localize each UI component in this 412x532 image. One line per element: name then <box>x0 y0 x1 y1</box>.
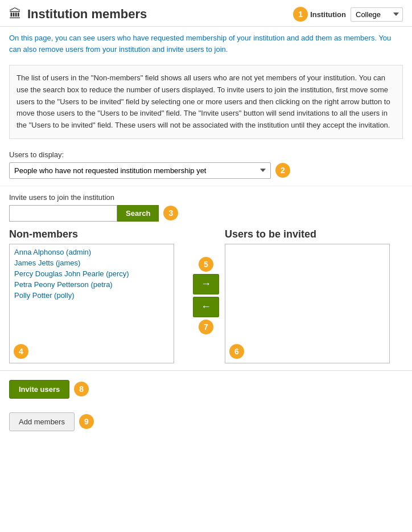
users-to-invite-title: Users to be invited <box>225 228 403 240</box>
left-arrow-row: 7 <box>199 320 213 334</box>
institution-badge-area: 1 Institution <box>293 7 346 22</box>
intro-text: On this page, you can see users who have… <box>0 27 412 60</box>
users-display-select[interactable]: People who have not requested institutio… <box>9 162 271 179</box>
step-badge-9: 9 <box>79 414 94 429</box>
move-left-button[interactable]: ← <box>193 297 219 317</box>
list-item[interactable]: Percy Douglas John Pearle (percy) <box>10 268 174 279</box>
step-badge-4: 4 <box>14 344 28 359</box>
invite-button-row: Invite users 8 <box>9 380 403 399</box>
page-header: 🏛 Institution members 1 Institution Coll… <box>0 0 412 27</box>
search-button[interactable]: Search <box>117 205 159 222</box>
step-badge-7: 7 <box>199 320 213 334</box>
list-item[interactable]: James Jetts (james) <box>10 257 174 268</box>
arrows-area: 5 → ← 7 <box>187 228 225 334</box>
invite-label: Invite users to join the institution <box>9 193 403 202</box>
title-area: 🏛 Institution members <box>9 7 147 22</box>
page-title: Institution members <box>27 7 147 22</box>
header-right: 1 Institution College University School <box>293 7 403 22</box>
list-item[interactable]: Petra Peony Petterson (petra) <box>10 279 174 290</box>
users-display-row: People who have not requested institutio… <box>9 162 403 179</box>
users-display-label: Users to display: <box>9 150 403 159</box>
step-badge-8: 8 <box>74 382 89 396</box>
users-to-invite-container: Users to be invited 6 <box>225 228 403 363</box>
search-input[interactable] <box>9 205 117 222</box>
non-members-title: Non-members <box>9 228 187 240</box>
list-item[interactable]: Anna Alphonso (admin) <box>10 247 174 257</box>
step-badge-2: 2 <box>275 163 290 178</box>
search-row-outer: Search 3 <box>9 205 403 222</box>
list-item[interactable]: Polly Potter (polly) <box>10 290 174 301</box>
institution-label: Institution <box>310 10 346 19</box>
step-badge-3: 3 <box>163 206 178 220</box>
lists-section: Non-members Anna Alphonso (admin)James J… <box>0 222 412 370</box>
non-members-listbox[interactable]: Anna Alphonso (admin)James Jetts (james)… <box>9 244 174 363</box>
invite-section: Invite users to join the institution Sea… <box>0 186 412 222</box>
add-members-row: Add members 9 <box>9 412 403 431</box>
invite-users-button[interactable]: Invite users <box>9 380 69 399</box>
institution-icon: 🏛 <box>9 7 22 22</box>
users-to-invite-listbox[interactable] <box>225 244 390 363</box>
step-badge-5: 5 <box>199 257 213 272</box>
right-arrow-row: 5 <box>199 257 213 272</box>
add-members-button[interactable]: Add members <box>9 412 75 431</box>
info-box: The list of users in the "Non-members" f… <box>9 65 403 139</box>
institution-select[interactable]: College University School <box>351 7 403 22</box>
step-badge-6: 6 <box>229 344 244 359</box>
users-to-invite-listbox-outer: 6 <box>225 244 403 363</box>
non-members-listbox-outer: Anna Alphonso (admin)James Jetts (james)… <box>9 244 187 363</box>
non-members-container: Non-members Anna Alphonso (admin)James J… <box>9 228 187 363</box>
step-badge-1: 1 <box>293 7 308 22</box>
add-members-section: Add members 9 <box>0 408 412 440</box>
invite-button-section: Invite users 8 <box>0 370 412 408</box>
users-display-section: Users to display: People who have not re… <box>0 144 412 186</box>
move-right-button[interactable]: → <box>193 274 219 294</box>
search-row: Search <box>9 205 159 222</box>
